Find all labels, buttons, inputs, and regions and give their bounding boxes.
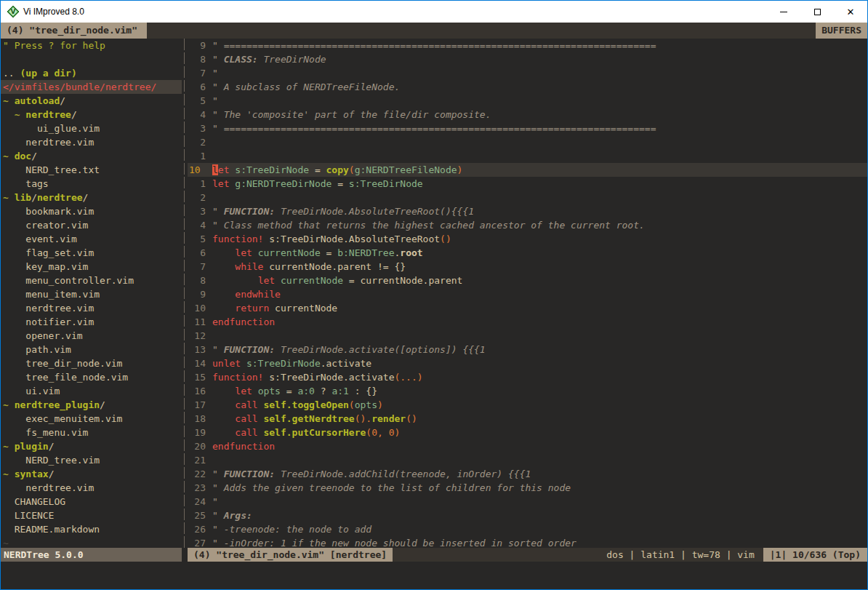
code-line[interactable]: 10 return currentNode <box>188 301 867 315</box>
code-line[interactable]: 8 let currentNode = currentNode.parent <box>188 274 867 287</box>
tree-item[interactable]: creator.vim <box>3 218 182 232</box>
tree-item[interactable]: ui.vim <box>3 384 182 398</box>
code-text: call self.getNerdtree().render() <box>212 412 867 426</box>
tree-item[interactable]: ~ nerdtree/ <box>3 108 182 121</box>
code-line[interactable]: 24" <box>188 495 867 509</box>
code-line[interactable]: 8" CLASS: TreeDirNode <box>188 52 867 66</box>
tree-root-item[interactable]: </vimfiles/bundle/nerdtree/ <box>1 80 182 94</box>
tree-item[interactable]: NERD_tree.vim <box>3 453 182 467</box>
token-cmt: " <box>212 206 224 217</box>
tree-item[interactable]: ~ autoload/ <box>3 94 182 108</box>
tree-item[interactable]: event.vim <box>3 232 182 246</box>
window-split-separator[interactable] <box>182 39 188 548</box>
code-line[interactable]: 25" Args: <box>188 509 867 522</box>
tree-item[interactable]: ~ plugin/ <box>3 439 182 453</box>
line-number: 12 <box>188 329 212 343</box>
token-par: ( <box>349 399 355 410</box>
code-line[interactable]: 18 call self.getNerdtree().render() <box>188 412 867 426</box>
token-id: b:NERDTree <box>337 247 394 258</box>
line-number: 9 <box>188 39 212 52</box>
code-line[interactable]: 13" FUNCTION: TreeDirNode.activate([opti… <box>188 343 867 356</box>
code-line[interactable]: 17 call self.toggleOpen(opts) <box>188 398 867 412</box>
tree-item[interactable]: nerdtree.vim <box>3 301 182 315</box>
tree-item[interactable]: fs_menu.vim <box>3 426 182 439</box>
token-kw: return <box>235 303 269 314</box>
maximize-button[interactable] <box>800 1 834 23</box>
code-line[interactable]: 14unlet s:TreeDirNode.activate <box>188 356 867 370</box>
code-line[interactable]: 23" Adds the given treenode to the list … <box>188 481 867 495</box>
tree-item[interactable]: ~ syntax/ <box>3 467 182 481</box>
code-line[interactable]: 19 call self.putCursorHere(0, 0) <box>188 426 867 439</box>
active-buffer-status: (4) "tree_dir_node.vim" [nerdtree] <box>188 548 393 562</box>
tree-item[interactable]: notifier.vim <box>3 315 182 329</box>
code-line[interactable]: 2 <box>188 191 867 204</box>
tree-item[interactable]: NERD_tree.txt <box>3 163 182 177</box>
main-area: " Press ? for help.. (up a dir)</vimfile… <box>1 39 867 548</box>
tab-tree-dir-node[interactable]: (4) "tree_dir_node.vim" <box>1 23 147 39</box>
token-dir: lib <box>15 192 31 203</box>
tree-item[interactable]: .. (up a dir) <box>3 66 182 80</box>
tree-item[interactable]: README.markdown <box>3 522 182 536</box>
tree-item[interactable]: tags <box>3 177 182 191</box>
code-line-current[interactable]: 10let s:TreeDirNode = copy(g:NERDTreeFil… <box>188 163 867 177</box>
token-txt <box>212 247 235 258</box>
token-fn: self.putCursorHere <box>263 427 366 438</box>
tree-item[interactable]: menu_controller.vim <box>3 274 182 287</box>
code-line[interactable]: 16 let opts = a:0 ? a:1 : {} <box>188 384 867 398</box>
tree-item[interactable]: LICENCE <box>3 509 182 522</box>
code-line[interactable]: 9 endwhile <box>188 287 867 301</box>
code-line[interactable]: 27" -inOrder: 1 if the new node should b… <box>188 536 867 548</box>
command-line[interactable] <box>1 562 867 589</box>
tree-item[interactable]: tree_file_node.vim <box>3 370 182 384</box>
tree-item[interactable]: bookmark.vim <box>3 204 182 218</box>
file-format-status: dos | latin1 | tw=78 | vim <box>393 548 763 562</box>
code-line[interactable]: 4" Class method that returns the highest… <box>188 218 867 232</box>
tree-item[interactable]: tree_dir_node.vim <box>3 356 182 370</box>
code-line[interactable]: 4" The 'composite' part of the file/dir … <box>188 108 867 121</box>
code-line[interactable]: 6" A subclass of NERDTreeFileNode. <box>188 80 867 94</box>
token-tilde: ~ <box>3 469 15 479</box>
code-line[interactable]: 11endfunction <box>188 315 867 329</box>
token-cmt: " -treenode: the node to add <box>212 524 371 535</box>
code-line[interactable]: 3" =====================================… <box>188 121 867 135</box>
tree-item[interactable]: ui_glue.vim <box>3 121 182 135</box>
code-line[interactable]: 21 <box>188 453 867 467</box>
tree-item[interactable]: menu_item.vim <box>3 287 182 301</box>
tree-item[interactable]: nerdtree.vim <box>3 481 182 495</box>
code-line[interactable]: 12 <box>188 329 867 343</box>
tree-item[interactable]: flag_set.vim <box>3 246 182 260</box>
code-line[interactable]: 7" <box>188 66 867 80</box>
close-button[interactable]: ✕ <box>834 1 867 23</box>
code-line[interactable]: 1 <box>188 149 867 163</box>
code-line[interactable]: 5function! s:TreeDirNode.AbsoluteTreeRoo… <box>188 232 867 246</box>
tree-item[interactable]: CHANGELOG <box>3 495 182 509</box>
code-line[interactable]: 9" =====================================… <box>188 39 867 52</box>
code-line[interactable]: 6 let currentNode = b:NERDTree.root <box>188 246 867 260</box>
tree-item[interactable]: opener.vim <box>3 329 182 343</box>
code-line[interactable]: 3" FUNCTION: TreeDirNode.AbsoluteTreeRoo… <box>188 204 867 218</box>
minimize-button[interactable] <box>767 1 800 23</box>
code-text: " Adds the given treenode to the list of… <box>212 481 867 495</box>
code-line[interactable]: 5" <box>188 94 867 108</box>
token-txt: currentNode.parent != {} <box>263 261 406 272</box>
code-line[interactable]: 2 <box>188 135 867 149</box>
nerdtree-pane: " Press ? for help.. (up a dir)</vimfile… <box>1 39 182 548</box>
tree-item[interactable]: ~ lib/nerdtree/ <box>3 191 182 204</box>
tree-item[interactable]: key_map.vim <box>3 260 182 274</box>
code-line[interactable]: 20endfunction <box>188 439 867 453</box>
tree-item[interactable]: ~ <box>3 536 182 548</box>
code-line[interactable]: 7 while currentNode.parent != {} <box>188 260 867 274</box>
tree-item[interactable]: ~ doc/ <box>3 149 182 163</box>
tree-item[interactable]: " Press ? for help <box>3 39 182 52</box>
code-line[interactable]: 26" -treenode: the node to add <box>188 522 867 536</box>
title-bar: V Vi IMproved 8.0 ✕ <box>1 1 867 23</box>
tree-item[interactable]: nerdtree.vim <box>3 135 182 149</box>
code-line[interactable]: 22" FUNCTION: TreeDirNode.addChild(treen… <box>188 467 867 481</box>
line-number: 15 <box>188 370 212 384</box>
tree-item[interactable]: path.vim <box>3 343 182 356</box>
code-line[interactable]: 1let g:NERDTreeDirNode = s:TreeDirNode <box>188 177 867 191</box>
code-line[interactable]: 15function! s:TreeDirNode.activate(...) <box>188 370 867 384</box>
tree-item[interactable]: exec_menuitem.vim <box>3 412 182 426</box>
tree-item[interactable]: ~ nerdtree_plugin/ <box>3 398 182 412</box>
token-par: ) <box>394 427 400 438</box>
